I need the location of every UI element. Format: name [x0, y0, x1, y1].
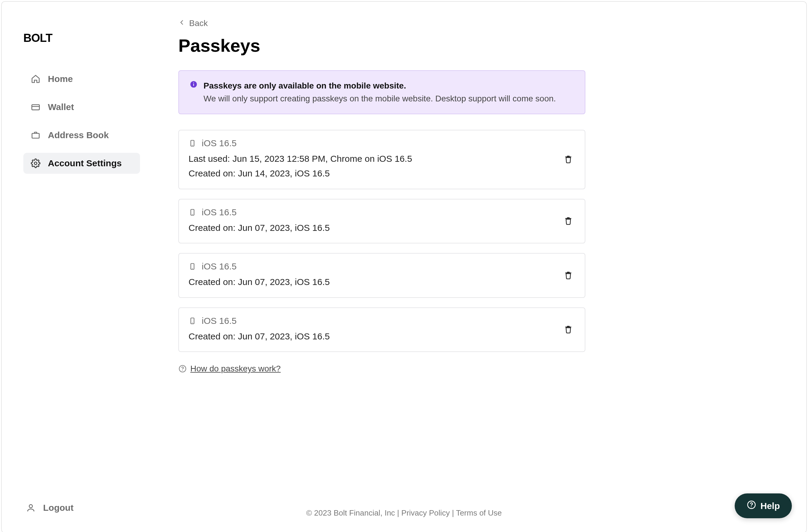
main-content: Back Passkeys Passkeys are only availabl… — [154, 2, 609, 532]
sidebar-item-wallet[interactable]: Wallet — [23, 97, 140, 117]
wallet-icon — [31, 102, 41, 112]
gear-icon — [31, 158, 41, 168]
phone-icon — [188, 139, 197, 148]
banner-body: We will only support creating passkeys o… — [203, 94, 556, 103]
passkey-device-label: iOS 16.5 — [202, 316, 237, 326]
sidebar-item-address-book[interactable]: Address Book — [23, 125, 140, 146]
sidebar-item-label: Wallet — [48, 102, 74, 112]
passkey-card: iOS 16.5Created on: Jun 07, 2023, iOS 16… — [178, 253, 585, 298]
footer-sep: | — [397, 508, 401, 517]
passkey-created-on: Created on: Jun 07, 2023, iOS 16.5 — [188, 221, 555, 235]
svg-point-14 — [192, 322, 193, 323]
help-circle-icon — [747, 500, 756, 512]
phone-icon — [188, 262, 197, 271]
sidebar-item-home[interactable]: Home — [23, 69, 140, 90]
svg-point-16 — [182, 370, 183, 371]
svg-point-3 — [29, 505, 33, 508]
svg-rect-0 — [32, 104, 39, 110]
help-fab[interactable]: Help — [735, 493, 792, 518]
phone-icon — [188, 208, 197, 216]
footer-copyright: © 2023 Bolt Financial, Inc — [306, 508, 395, 517]
sidebar-item-account-settings[interactable]: Account Settings — [23, 153, 140, 174]
svg-rect-1 — [32, 133, 39, 138]
sidebar-nav: Home Wallet Address Book Account Setting… — [23, 69, 140, 174]
delete-passkey-button[interactable] — [562, 213, 575, 229]
svg-rect-5 — [193, 84, 194, 86]
briefcase-icon — [31, 130, 41, 140]
passkey-last-used: Last used: Jun 15, 2023 12:58 PM, Chrome… — [188, 151, 555, 166]
help-link-label: How do passkeys work? — [190, 364, 281, 374]
svg-point-12 — [192, 268, 193, 269]
passkey-device-row: iOS 16.5 — [188, 261, 555, 271]
back-label: Back — [189, 19, 208, 28]
trash-icon — [564, 222, 573, 227]
question-circle-icon — [178, 364, 187, 373]
passkey-list: iOS 16.5Last used: Jun 15, 2023 12:58 PM… — [178, 130, 585, 352]
trash-icon — [564, 277, 573, 281]
passkey-device-label: iOS 16.5 — [202, 261, 237, 271]
svg-rect-6 — [193, 82, 194, 83]
brand-logo: BOLT — [23, 32, 140, 44]
footer: © 2023 Bolt Financial, Inc | Privacy Pol… — [2, 508, 806, 518]
passkey-card: iOS 16.5Created on: Jun 07, 2023, iOS 16… — [178, 199, 585, 244]
svg-point-10 — [192, 214, 193, 214]
passkey-device-row: iOS 16.5 — [188, 316, 555, 326]
home-icon — [31, 74, 41, 84]
passkey-card: iOS 16.5Created on: Jun 07, 2023, iOS 16… — [178, 307, 585, 352]
passkey-card: iOS 16.5Last used: Jun 15, 2023 12:58 PM… — [178, 130, 585, 189]
delete-passkey-button[interactable] — [562, 322, 575, 338]
trash-icon — [564, 331, 573, 335]
delete-passkey-button[interactable] — [562, 152, 575, 168]
sidebar-item-label: Home — [48, 74, 73, 84]
passkey-device-row: iOS 16.5 — [188, 207, 555, 217]
footer-sep: | — [452, 508, 456, 517]
sidebar-item-label: Address Book — [48, 130, 109, 140]
sidebar: BOLT Home Wallet Address Book — [2, 2, 154, 532]
help-fab-label: Help — [760, 501, 780, 511]
footer-privacy-link[interactable]: Privacy Policy — [401, 508, 450, 517]
passkey-created-on: Created on: Jun 07, 2023, iOS 16.5 — [188, 274, 555, 289]
phone-icon — [188, 317, 197, 325]
sidebar-item-label: Account Settings — [48, 158, 122, 168]
how-passkeys-work-link[interactable]: How do passkeys work? — [178, 364, 281, 374]
svg-point-8 — [192, 145, 193, 145]
passkey-device-label: iOS 16.5 — [202, 138, 237, 148]
passkey-created-on: Created on: Jun 14, 2023, iOS 16.5 — [188, 166, 555, 181]
passkey-device-label: iOS 16.5 — [202, 207, 237, 217]
page-title: Passkeys — [178, 35, 585, 56]
passkey-device-row: iOS 16.5 — [188, 138, 555, 148]
info-banner: Passkeys are only available on the mobil… — [178, 70, 585, 114]
arrow-left-icon — [178, 19, 186, 28]
trash-icon — [564, 160, 573, 165]
back-link[interactable]: Back — [178, 19, 208, 28]
delete-passkey-button[interactable] — [562, 268, 575, 284]
footer-terms-link[interactable]: Terms of Use — [456, 508, 502, 517]
svg-point-2 — [34, 162, 37, 165]
info-icon — [190, 80, 198, 88]
banner-title: Passkeys are only available on the mobil… — [203, 79, 556, 92]
passkey-created-on: Created on: Jun 07, 2023, iOS 16.5 — [188, 329, 555, 344]
svg-point-18 — [751, 506, 752, 507]
